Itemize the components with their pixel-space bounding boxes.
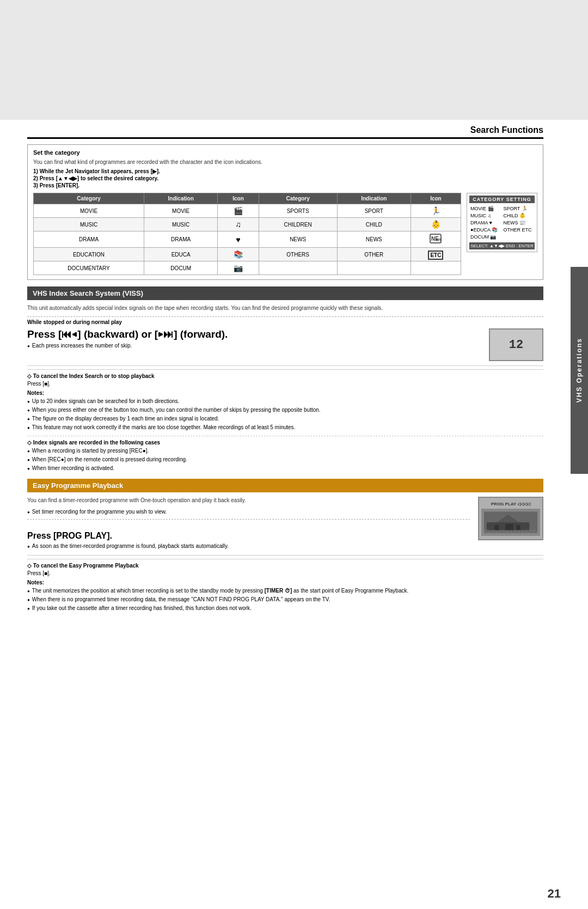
set-category-desc: You can find what kind of programmes are… [33,159,537,165]
cat-panel-title: CATEGORY SETTING [469,196,535,203]
panel-item-other: OTHER ETC [503,227,535,233]
panel-child-label: CHILD 👶 [504,213,526,218]
easy-bullet-desc: Set timer recording for the programme yo… [27,509,470,515]
easy-notes: Notes: The unit memorizes the position a… [27,579,543,612]
ind2-row3: NEWS [337,231,411,248]
col-header-indication2: Indication [337,193,411,204]
viss-notes: Notes: Up to 20 index signals can be sea… [27,390,543,431]
table-row: MUSIC MUSIC ♫ CHILDREN CHILD 👶 [34,218,461,231]
divider [27,365,543,366]
viss-cancel-text: Press [■]. [27,381,543,387]
table-row: DRAMA DRAMA ♥ NEWS NEWS NE ws [34,231,461,248]
set-category-section: Set the category You can find what kind … [27,144,543,280]
easy-cancel-text: Press [■]. [27,570,543,576]
prog-screen-graphic [481,509,540,536]
easy-main-instruction: Press [PROG PLAY]. [27,531,470,541]
viss-display: 12 [489,328,543,361]
table-row: DOCUMENTARY DOCUM 📷 [34,261,461,275]
cat1-row1: MOVIE [34,204,144,218]
cat1-row4: EDUCATION [34,248,144,261]
viss-note-1: Up to 20 index signals can be searched f… [27,398,543,405]
table-row: MOVIE MOVIE 🎬 SPORTS SPORT 🏃 [34,204,461,218]
col-header-category2: Category [259,193,337,204]
panel-educa-label: ●EDUCA 📚 [470,227,498,233]
viss-cancel-section: To cancel the Index Search or to stop pl… [27,369,543,387]
easy-desc: You can find a timer-recorded programme … [27,497,470,504]
category-setting-panel: CATEGORY SETTING MOVIE 🎬 SPORT 🏃 MUSIC ♫… [467,193,537,252]
svg-rect-7 [495,524,499,530]
panel-item-educa: ●EDUCA 📚 [469,227,502,233]
icon1-row4: 📚 [218,248,259,261]
panel-music-label: MUSIC ♫ [470,213,491,218]
easy-note-3: If you take out the cassette after a tim… [27,605,543,612]
icon2-row3: NE ws [411,231,461,248]
viss-cancel-title: To cancel the Index Search or to stop pl… [27,373,543,379]
divider-2 [27,555,543,556]
cat1-row2: MUSIC [34,218,144,231]
category-table-wrapper: Category Indication Icon Category Indica… [33,193,461,275]
panel-item-drama: DRAMA ♥ [469,219,502,226]
panel-drama-label: DRAMA ♥ [470,220,492,225]
easy-instruction-text: You can find a timer-recorded programme … [27,497,470,551]
viss-section: VHS Index Search System (VISS) This unit… [27,286,543,472]
icon2-row2: 👶 [411,218,461,231]
col-header-icon2: Icon [411,193,461,204]
set-category-title: Set the category [33,149,537,156]
cat2-row4: OTHERS [259,248,337,261]
page-container: VHS Operations Search Functions Set the … [0,0,588,909]
cat1-row3: DRAMA [34,231,144,248]
panel-item-news: NEWS 📰 [503,219,535,226]
cat2-row2: CHILDREN [259,218,337,231]
viss-instruction-area: Press [⏮◀] (backward) or [▶⏭] (forward).… [27,328,543,361]
viss-bullet: Each press increases the number of skip. [27,343,481,349]
panel-item-music: MUSIC ♫ [469,212,502,219]
viss-main-instruction: Press [⏮◀] (backward) or [▶⏭] (forward). [27,328,481,340]
index-signals-title: Index signals are recorded in the follow… [27,440,543,446]
viss-title: VHS Index Search System (VISS) [27,286,543,300]
main-content: Search Functions Set the category You ca… [0,120,571,624]
viss-subsection: While stopped or during normal play [27,316,543,325]
easy-note-1: The unit memorizes the position at which… [27,587,543,595]
prog-display-label: PROG PLAY ◁◁◁◁ [491,502,530,507]
index-signals-section: Index signals are recorded in the follow… [27,436,543,472]
table-row: EDUCATION EDUCA 📚 OTHERS OTHER ETC [34,248,461,261]
viss-instruction-text: Press [⏮◀] (backward) or [▶⏭] (forward).… [27,328,481,350]
ind1-row2: MUSIC [144,218,218,231]
step-1: 1) While the Jet Navigator list appears,… [33,168,537,174]
panel-item-docum: DOCUM 📷 [469,234,502,240]
category-content-area: Category Indication Icon Category Indica… [33,193,537,275]
index-signal-2: When [REC●] on the remote control is pre… [27,456,543,463]
prog-display-screen [481,509,540,536]
viss-desc: This unit automatically adds special ind… [27,304,543,312]
easy-note-2: When there is no programmed timer record… [27,596,543,603]
ind2-row2: CHILD [337,218,411,231]
icon2-row4: ETC [411,248,461,261]
ind1-row5: DOCUM [144,261,218,275]
svg-rect-8 [505,523,513,530]
viss-note-4: This feature may not work correctly if t… [27,424,543,431]
category-steps: 1) While the Jet Navigator list appears,… [33,168,537,188]
panel-other-label: OTHER ETC [504,227,532,233]
col-header-category1: Category [34,193,144,204]
step-3: 3) Press [ENTER]. [33,182,537,188]
cat1-row5: DOCUMENTARY [34,261,144,275]
easy-notes-title: Notes: [27,579,543,585]
easy-playback-section: Easy Programme Playback You can find a t… [27,479,543,612]
page-number: 21 [548,887,561,901]
ind2-row1: SPORT [337,204,411,218]
panel-item-sport: SPORT 🏃 [503,205,535,212]
col-header-icon1: Icon [218,193,259,204]
easy-cancel-section: To cancel the Easy Programme Playback Pr… [27,559,543,576]
panel-docum-label: DOCUM 📷 [470,234,497,240]
panel-item-child: CHILD 👶 [503,212,535,219]
news-icon: NE ws [430,234,442,243]
vhs-operations-tab: VHS Operations [571,267,588,474]
ind2-row5 [337,261,411,275]
viss-note-3: The figure on the display decreases by 1… [27,415,543,423]
easy-cancel-title: To cancel the Easy Programme Playback [27,563,543,569]
icon2-row1: 🏃 [411,204,461,218]
svg-text:ws: ws [435,237,442,242]
cat2-row3: NEWS [259,231,337,248]
easy-auto-bullet: As soon as the timer-recorded programme … [27,543,470,549]
step-2: 2) Press [▲▼◀▶] to select the desired ca… [33,175,537,181]
